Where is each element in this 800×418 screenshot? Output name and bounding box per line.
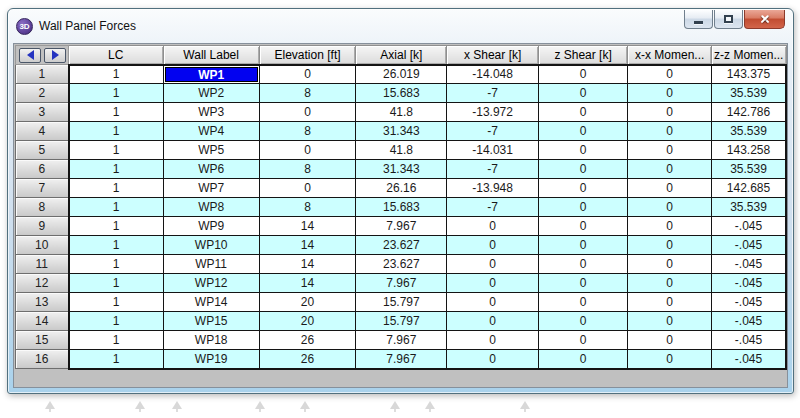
grid-cell[interactable]: 7.967 — [356, 331, 447, 350]
grid-cell[interactable]: 0 — [538, 65, 627, 84]
grid-cell[interactable]: -14.048 — [447, 65, 538, 84]
grid-cell[interactable]: 0 — [538, 160, 627, 179]
previous-record-button[interactable] — [19, 48, 41, 63]
grid-cell[interactable]: 14 — [259, 274, 355, 293]
row-number-button[interactable]: 15 — [16, 331, 69, 350]
grid-cell[interactable]: WP3 — [163, 103, 259, 122]
grid-cell[interactable]: 1 — [69, 179, 164, 198]
grid-cell[interactable]: WP4 — [163, 122, 259, 141]
row-number-button[interactable]: 1 — [16, 65, 69, 84]
grid-cell[interactable]: WP5 — [163, 141, 259, 160]
grid-cell[interactable]: 0 — [538, 350, 627, 369]
grid-cell[interactable]: 0 — [628, 274, 712, 293]
grid-cell[interactable]: 0 — [447, 331, 538, 350]
grid-cell[interactable]: 1 — [69, 350, 164, 369]
grid-cell[interactable]: 1 — [69, 293, 164, 312]
column-header[interactable]: z Shear [k] — [538, 46, 627, 65]
grid-cell[interactable]: 0 — [447, 274, 538, 293]
grid-cell[interactable]: WP2 — [163, 84, 259, 103]
grid-cell[interactable]: 0 — [628, 236, 712, 255]
grid-cell[interactable]: 0 — [538, 293, 627, 312]
grid-cell[interactable]: 15.683 — [356, 198, 447, 217]
row-number-button[interactable]: 14 — [16, 312, 69, 331]
grid-cell[interactable]: -.045 — [712, 331, 786, 350]
grid-cell[interactable]: 0 — [259, 141, 355, 160]
grid-cell[interactable]: -.045 — [712, 350, 786, 369]
grid-cell[interactable]: 20 — [259, 293, 355, 312]
row-number-button[interactable]: 9 — [16, 217, 69, 236]
grid-cell[interactable]: 35.539 — [712, 84, 786, 103]
grid-cell[interactable]: 0 — [628, 84, 712, 103]
column-header[interactable]: Elevation [ft] — [259, 46, 355, 65]
grid-cell[interactable]: 0 — [259, 103, 355, 122]
grid-cell[interactable]: WP11 — [163, 255, 259, 274]
grid-cell[interactable]: -.045 — [712, 217, 786, 236]
grid-cell[interactable]: 0 — [259, 65, 355, 84]
grid-cell[interactable]: 0 — [538, 255, 627, 274]
grid-cell[interactable]: 15.683 — [356, 84, 447, 103]
grid-cell[interactable]: 1 — [69, 255, 164, 274]
grid-cell[interactable]: 0 — [628, 293, 712, 312]
row-number-button[interactable]: 13 — [16, 293, 69, 312]
grid-cell[interactable]: 0 — [628, 198, 712, 217]
row-number-button[interactable]: 10 — [16, 236, 69, 255]
grid-cell[interactable]: 0 — [538, 331, 627, 350]
grid-cell[interactable]: 1 — [69, 312, 164, 331]
grid-cell[interactable]: -13.972 — [447, 103, 538, 122]
grid-cell[interactable]: 8 — [259, 84, 355, 103]
grid-cell[interactable]: 1 — [69, 236, 164, 255]
row-number-button[interactable]: 12 — [16, 274, 69, 293]
grid-cell[interactable]: WP14 — [163, 293, 259, 312]
grid-cell[interactable]: 0 — [628, 103, 712, 122]
grid-cell[interactable]: 0 — [538, 198, 627, 217]
grid-cell[interactable]: 0 — [447, 350, 538, 369]
grid-cell[interactable]: 23.627 — [356, 236, 447, 255]
grid-cell[interactable]: WP15 — [163, 312, 259, 331]
grid-cell[interactable]: WP7 — [163, 179, 259, 198]
grid-cell[interactable]: 7.967 — [356, 350, 447, 369]
column-header[interactable]: Wall Label — [163, 46, 259, 65]
grid-cell[interactable]: 0 — [538, 103, 627, 122]
grid-cell[interactable]: 14 — [259, 217, 355, 236]
grid-cell[interactable]: 1 — [69, 331, 164, 350]
grid-cell[interactable]: 20 — [259, 312, 355, 331]
title-bar[interactable]: 3D Wall Panel Forces — [8, 9, 793, 43]
row-number-button[interactable]: 3 — [16, 103, 69, 122]
grid-cell[interactable]: 35.539 — [712, 160, 786, 179]
grid-cell[interactable]: 1 — [69, 84, 164, 103]
grid-cell[interactable]: 26.16 — [356, 179, 447, 198]
grid-cell[interactable]: 1 — [69, 198, 164, 217]
grid-cell[interactable]: 15.797 — [356, 312, 447, 331]
grid-cell[interactable]: 26 — [259, 331, 355, 350]
grid-cell[interactable]: 0 — [628, 312, 712, 331]
grid-cell[interactable]: -7 — [447, 198, 538, 217]
grid-cell[interactable]: 0 — [538, 236, 627, 255]
row-number-button[interactable]: 5 — [16, 141, 69, 160]
row-number-button[interactable]: 11 — [16, 255, 69, 274]
grid-cell[interactable]: 0 — [538, 122, 627, 141]
grid-cell[interactable]: 0 — [538, 274, 627, 293]
grid-cell[interactable]: 8 — [259, 122, 355, 141]
row-number-button[interactable]: 7 — [16, 179, 69, 198]
grid-cell[interactable]: 41.8 — [356, 103, 447, 122]
grid-cell[interactable]: -.045 — [712, 255, 786, 274]
column-header[interactable]: x-x Momen... — [628, 46, 712, 65]
grid-cell[interactable]: 1 — [69, 274, 164, 293]
row-number-button[interactable]: 4 — [16, 122, 69, 141]
grid-cell[interactable]: 0 — [447, 255, 538, 274]
grid-cell[interactable]: 15.797 — [356, 293, 447, 312]
grid-cell[interactable]: 1 — [69, 141, 164, 160]
minimize-button[interactable] — [684, 10, 713, 29]
grid-cell[interactable]: -7 — [447, 160, 538, 179]
grid-cell[interactable]: 0 — [447, 293, 538, 312]
grid-cell[interactable]: 0 — [538, 312, 627, 331]
grid-cell[interactable]: 0 — [628, 160, 712, 179]
grid-cell[interactable]: -.045 — [712, 293, 786, 312]
grid-cell[interactable]: 23.627 — [356, 255, 447, 274]
grid-cell[interactable]: 26 — [259, 350, 355, 369]
grid-cell[interactable]: WP9 — [163, 217, 259, 236]
grid-cell[interactable]: WP6 — [163, 160, 259, 179]
grid-cell[interactable]: -.045 — [712, 236, 786, 255]
grid-cell[interactable]: 0 — [628, 217, 712, 236]
column-header[interactable]: Axial [k] — [356, 46, 447, 65]
